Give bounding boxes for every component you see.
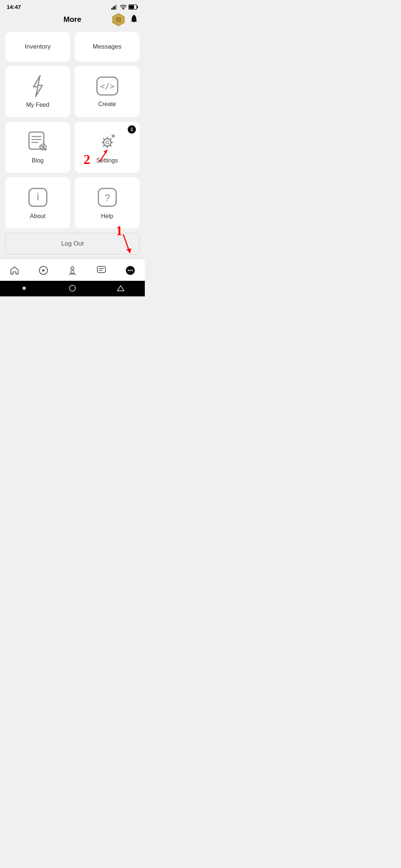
- nav-avatar[interactable]: [63, 263, 82, 278]
- grid-item-create[interactable]: </> Create: [75, 66, 140, 117]
- robux-icon[interactable]: [111, 13, 125, 27]
- menu-grid: Inventory Messages My Feed </> Create: [0, 29, 145, 231]
- create-label: Create: [98, 101, 116, 108]
- status-icons: [111, 4, 138, 10]
- blog-label: Blog: [32, 157, 43, 164]
- header-title: More: [63, 15, 81, 24]
- grid-item-help[interactable]: ? Help: [75, 177, 140, 228]
- svg-rect-2: [114, 6, 115, 10]
- svg-point-39: [128, 270, 129, 271]
- header-actions: [111, 13, 139, 27]
- messages-label: Messages: [93, 43, 121, 50]
- code-icon: </>: [95, 76, 119, 96]
- grid-item-messages[interactable]: Messages: [75, 32, 140, 62]
- grid-item-about[interactable]: i About: [5, 177, 70, 228]
- svg-point-41: [131, 270, 133, 271]
- grid-item-blog[interactable]: Blog: [5, 122, 70, 173]
- svg-point-40: [130, 270, 131, 271]
- svg-rect-42: [23, 287, 26, 290]
- my-feed-label: My Feed: [26, 102, 49, 108]
- logout-section: Log Out 1: [0, 233, 145, 254]
- svg-rect-6: [137, 6, 138, 8]
- nav-home[interactable]: [5, 263, 24, 278]
- svg-marker-32: [42, 269, 45, 272]
- signal-icon: [111, 4, 118, 10]
- grid-item-settings[interactable]: 1 Settings: [75, 122, 140, 173]
- status-time: 14:47: [7, 4, 21, 10]
- nav-more[interactable]: [121, 263, 140, 278]
- android-back[interactable]: [18, 284, 30, 293]
- svg-text:i: i: [36, 191, 39, 203]
- blog-icon: [27, 131, 48, 153]
- info-icon: i: [27, 186, 48, 208]
- lightning-icon: [28, 75, 48, 97]
- nav-discover[interactable]: [34, 263, 53, 278]
- logout-label: Log Out: [61, 240, 84, 247]
- grid-item-my-feed[interactable]: My Feed: [5, 66, 70, 117]
- svg-rect-0: [111, 8, 113, 10]
- svg-text:2: 2: [84, 152, 90, 167]
- svg-rect-7: [129, 5, 134, 9]
- svg-text:</>: </>: [100, 82, 115, 91]
- help-label: Help: [101, 213, 113, 220]
- grid-item-inventory[interactable]: Inventory: [5, 32, 70, 62]
- svg-rect-35: [97, 266, 105, 273]
- header: More: [0, 12, 145, 29]
- settings-label: Settings: [97, 157, 118, 164]
- svg-rect-11: [118, 19, 119, 20]
- battery-icon: [128, 4, 138, 10]
- settings-badge: 1: [128, 125, 136, 134]
- inventory-label: Inventory: [25, 43, 51, 50]
- status-bar: 14:47: [0, 0, 145, 12]
- svg-point-19: [106, 141, 109, 144]
- page-wrapper: 14:47 More: [0, 0, 145, 296]
- bottom-nav: [0, 259, 145, 281]
- svg-point-43: [69, 285, 75, 291]
- svg-point-4: [123, 9, 124, 10]
- notification-icon[interactable]: [129, 14, 139, 25]
- svg-rect-1: [113, 7, 114, 10]
- help-icon: ?: [97, 186, 118, 208]
- svg-text:?: ?: [104, 192, 110, 203]
- about-label: About: [30, 213, 46, 220]
- android-nav-bar: [0, 281, 145, 296]
- svg-marker-20: [111, 134, 115, 138]
- logout-button[interactable]: Log Out: [5, 233, 140, 254]
- android-recents[interactable]: [115, 284, 127, 293]
- android-home[interactable]: [66, 284, 78, 293]
- svg-marker-44: [117, 286, 124, 291]
- svg-rect-3: [116, 4, 117, 10]
- wifi-icon: [120, 4, 127, 10]
- settings-icon: [96, 131, 118, 153]
- nav-chat[interactable]: [92, 263, 111, 278]
- svg-point-33: [71, 267, 74, 270]
